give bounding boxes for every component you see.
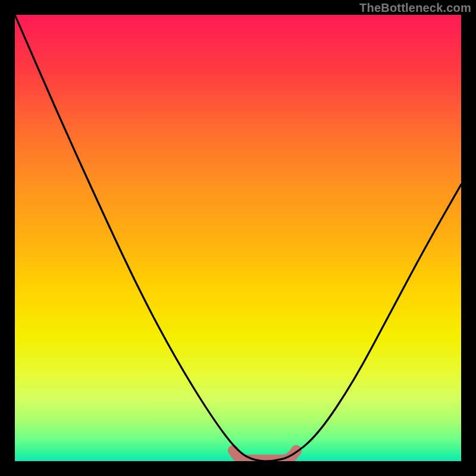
bottleneck-curve: [15, 15, 461, 461]
chart-plot-area: [15, 15, 461, 461]
chart-frame: TheBottleneck.com: [0, 0, 476, 476]
watermark-text: TheBottleneck.com: [359, 1, 471, 15]
